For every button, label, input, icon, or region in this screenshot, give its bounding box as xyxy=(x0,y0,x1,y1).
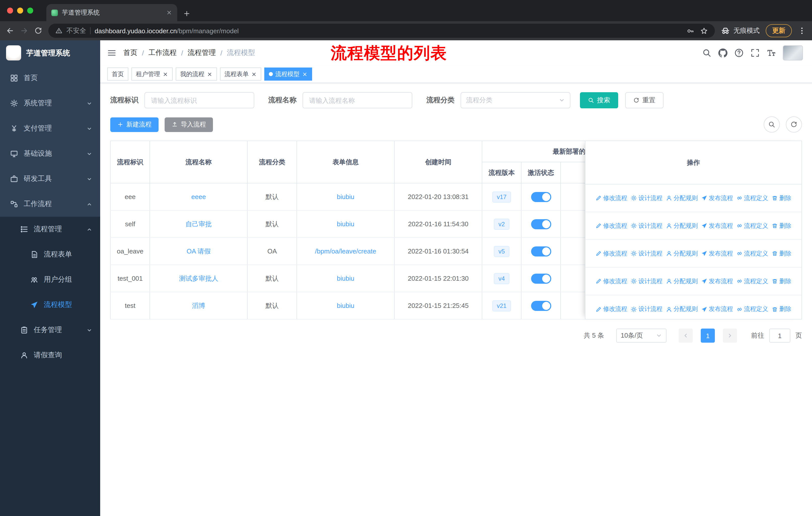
sidebar-item-task-management[interactable]: 任务管理 xyxy=(0,318,100,343)
github-icon[interactable] xyxy=(718,48,727,57)
breadcrumb-process-management[interactable]: 流程管理 xyxy=(188,48,216,57)
sidebar-item-process-model[interactable]: 流程模型 xyxy=(0,292,100,318)
search-icon[interactable] xyxy=(702,48,711,57)
tag-tenant-management[interactable]: 租户管理 xyxy=(132,67,173,81)
active-status-toggle[interactable] xyxy=(531,301,551,311)
publish-process-button[interactable]: 发布流程 xyxy=(701,249,733,258)
assign-rules-button[interactable]: 分配规则 xyxy=(666,194,698,202)
address-bar[interactable]: 不安全 dashboard.yudao.iocoder.cn/bpm/manag… xyxy=(48,24,715,38)
process-name-link[interactable]: 测试多审批人 xyxy=(179,274,218,282)
edit-process-button[interactable]: 修改流程 xyxy=(596,194,627,202)
process-id-input[interactable] xyxy=(144,92,254,108)
sidebar-item-home[interactable]: 首页 xyxy=(0,65,100,91)
design-process-button[interactable]: 设计流程 xyxy=(631,194,663,202)
reset-button[interactable]: 重置 xyxy=(625,92,664,108)
fullscreen-icon[interactable] xyxy=(751,48,760,57)
user-avatar[interactable] xyxy=(783,45,803,60)
publish-process-button[interactable]: 发布流程 xyxy=(701,277,733,286)
tag-my-process[interactable]: 我的流程 xyxy=(176,67,217,81)
category-select[interactable]: 流程分类 xyxy=(461,92,570,108)
design-process-button[interactable]: 设计流程 xyxy=(631,221,663,230)
process-name-link[interactable]: OA 请假 xyxy=(186,247,210,255)
process-definition-button[interactable]: 流程定义 xyxy=(736,249,768,258)
delete-process-button[interactable]: 删除 xyxy=(772,277,791,286)
browser-tab[interactable]: 芋道管理系统 xyxy=(46,4,177,21)
create-process-button[interactable]: 新建流程 xyxy=(110,117,158,132)
design-process-button[interactable]: 设计流程 xyxy=(631,249,663,258)
window-zoom-button[interactable] xyxy=(27,7,33,13)
sidebar-item-dev-tools[interactable]: 研发工具 xyxy=(0,166,100,191)
next-page-button[interactable] xyxy=(723,329,737,343)
page-size-select[interactable]: 10条/页 xyxy=(616,329,667,343)
edit-process-button[interactable]: 修改流程 xyxy=(596,249,627,258)
reload-button[interactable] xyxy=(34,27,42,35)
goto-page-input[interactable] xyxy=(769,329,790,343)
form-info-link[interactable]: biubiu xyxy=(337,193,354,200)
assign-rules-button[interactable]: 分配规则 xyxy=(666,221,698,230)
sidebar-item-leave-query[interactable]: 请假查询 xyxy=(0,343,100,368)
process-name-link[interactable]: 滔博 xyxy=(192,302,205,309)
sidebar-item-infrastructure[interactable]: 基础设施 xyxy=(0,141,100,166)
search-button[interactable]: 搜索 xyxy=(580,92,618,108)
back-button[interactable] xyxy=(6,27,14,35)
tag-home[interactable]: 首页 xyxy=(107,67,128,81)
font-size-icon[interactable] xyxy=(767,48,776,57)
sidebar-item-payment[interactable]: 支付管理 xyxy=(0,116,100,141)
form-info-link[interactable]: /bpm/oa/leave/create xyxy=(315,247,376,255)
process-definition-button[interactable]: 流程定义 xyxy=(736,194,768,202)
process-name-input[interactable] xyxy=(302,92,412,108)
browser-menu-icon[interactable] xyxy=(798,27,806,35)
tab-close-icon[interactable] xyxy=(166,9,172,16)
help-icon[interactable] xyxy=(734,48,744,57)
form-info-link[interactable]: biubiu xyxy=(337,220,354,228)
assign-rules-button[interactable]: 分配规则 xyxy=(666,249,698,258)
delete-process-button[interactable]: 删除 xyxy=(772,305,791,314)
form-info-link[interactable]: biubiu xyxy=(337,302,354,309)
process-definition-button[interactable]: 流程定义 xyxy=(736,277,768,286)
process-definition-button[interactable]: 流程定义 xyxy=(736,221,768,230)
design-process-button[interactable]: 设计流程 xyxy=(631,277,663,286)
hamburger-icon[interactable] xyxy=(107,48,116,57)
publish-process-button[interactable]: 发布流程 xyxy=(701,194,733,202)
edit-process-button[interactable]: 修改流程 xyxy=(596,277,627,286)
sidebar-item-system[interactable]: 系统管理 xyxy=(0,91,100,116)
sidebar-item-process-form[interactable]: 流程表单 xyxy=(0,242,100,267)
active-status-toggle[interactable] xyxy=(531,246,551,256)
tag-close-icon[interactable] xyxy=(207,71,212,77)
toggle-search-button[interactable] xyxy=(764,116,780,133)
delete-process-button[interactable]: 删除 xyxy=(772,249,791,258)
browser-update-button[interactable]: 更新 xyxy=(766,24,792,37)
window-close-button[interactable] xyxy=(7,7,13,13)
forward-button[interactable] xyxy=(20,27,28,35)
form-info-link[interactable]: biubiu xyxy=(337,275,354,282)
breadcrumb-workflow[interactable]: 工作流程 xyxy=(148,48,177,57)
prev-page-button[interactable] xyxy=(678,329,693,343)
sidebar-item-process-management[interactable]: 流程管理 xyxy=(0,217,100,242)
sidebar-logo[interactable]: 芋道管理系统 xyxy=(0,40,100,65)
process-name-link[interactable]: eeee xyxy=(191,193,206,200)
publish-process-button[interactable]: 发布流程 xyxy=(701,305,733,314)
process-name-link[interactable]: 自己审批 xyxy=(185,220,212,227)
import-process-button[interactable]: 导入流程 xyxy=(165,117,213,132)
sidebar-item-workflow[interactable]: 工作流程 xyxy=(0,191,100,217)
new-tab-button[interactable] xyxy=(183,10,190,17)
bookmark-star-icon[interactable] xyxy=(700,27,708,34)
publish-process-button[interactable]: 发布流程 xyxy=(701,221,733,230)
breadcrumb-home[interactable]: 首页 xyxy=(123,48,138,57)
assign-rules-button[interactable]: 分配规则 xyxy=(666,305,698,314)
window-minimize-button[interactable] xyxy=(17,7,23,13)
edit-process-button[interactable]: 修改流程 xyxy=(596,305,627,314)
edit-process-button[interactable]: 修改流程 xyxy=(596,221,627,230)
tag-close-icon[interactable] xyxy=(163,71,168,77)
tag-close-icon[interactable] xyxy=(302,71,308,77)
tag-process-form[interactable]: 流程表单 xyxy=(220,67,261,81)
current-page-button[interactable]: 1 xyxy=(701,329,715,343)
assign-rules-button[interactable]: 分配规则 xyxy=(666,277,698,286)
tag-close-icon[interactable] xyxy=(251,71,257,77)
tag-process-model[interactable]: 流程模型 xyxy=(264,67,312,81)
delete-process-button[interactable]: 删除 xyxy=(772,221,791,230)
active-status-toggle[interactable] xyxy=(531,192,551,202)
password-key-icon[interactable] xyxy=(687,27,694,34)
active-status-toggle[interactable] xyxy=(531,219,551,229)
process-definition-button[interactable]: 流程定义 xyxy=(736,305,768,314)
